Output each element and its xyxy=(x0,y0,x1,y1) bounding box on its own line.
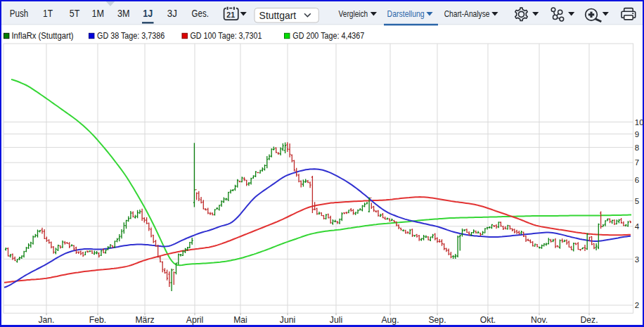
svg-text:5T: 5T xyxy=(70,8,80,19)
svg-text:GD 200 Tage: 4,4367: GD 200 Tage: 4,4367 xyxy=(292,31,364,41)
svg-text:6: 6 xyxy=(635,176,639,184)
svg-text:2: 2 xyxy=(635,301,639,309)
svg-text:InflaRx (Stuttgart): InflaRx (Stuttgart) xyxy=(12,31,74,41)
svg-text:Juni: Juni xyxy=(280,315,295,325)
svg-text:3: 3 xyxy=(635,255,639,264)
svg-text:Chart-Analyse: Chart-Analyse xyxy=(444,8,490,19)
svg-text:21: 21 xyxy=(226,11,235,19)
svg-text:1T: 1T xyxy=(43,8,53,19)
svg-text:März: März xyxy=(135,315,154,325)
svg-text:9: 9 xyxy=(635,130,639,139)
svg-text:Dez.: Dez. xyxy=(580,315,598,325)
svg-text:Stuttgart: Stuttgart xyxy=(259,10,297,21)
svg-text:Jan.: Jan. xyxy=(38,315,54,325)
svg-text:Nov.: Nov. xyxy=(531,315,548,325)
svg-text:3M: 3M xyxy=(117,8,130,19)
svg-text:GD 38 Tage: 3,7386: GD 38 Tage: 3,7386 xyxy=(97,31,165,41)
svg-text:Darstellung: Darstellung xyxy=(387,8,425,19)
svg-text:Aug.: Aug. xyxy=(381,315,399,325)
svg-text:4: 4 xyxy=(635,222,640,231)
svg-text:Ges.: Ges. xyxy=(192,8,209,19)
svg-text:5: 5 xyxy=(635,197,639,205)
svg-text:3J: 3J xyxy=(167,8,177,19)
svg-text:Vergleich: Vergleich xyxy=(339,8,368,19)
svg-text:8: 8 xyxy=(635,143,639,152)
svg-text:GD 100 Tage: 3,7301: GD 100 Tage: 3,7301 xyxy=(191,31,262,41)
svg-text:Okt.: Okt. xyxy=(480,315,496,325)
svg-text:Feb.: Feb. xyxy=(89,315,106,325)
svg-text:Push: Push xyxy=(10,8,28,19)
svg-text:Mai: Mai xyxy=(233,315,247,325)
svg-text:7: 7 xyxy=(635,158,639,167)
svg-text:1M: 1M xyxy=(92,8,105,19)
svg-text:Sep.: Sep. xyxy=(428,315,446,325)
svg-text:10: 10 xyxy=(635,118,644,127)
svg-text:Juli: Juli xyxy=(330,315,342,325)
svg-text:1J: 1J xyxy=(143,8,153,19)
svg-text:April: April xyxy=(186,315,203,325)
